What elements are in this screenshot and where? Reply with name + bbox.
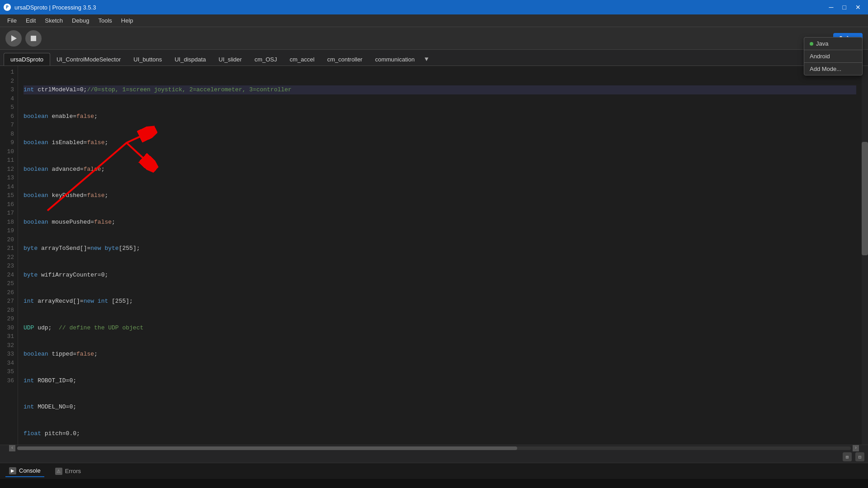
maximize-button[interactable]: □: [839, 3, 850, 12]
tab-cm-controller[interactable]: cm_controller: [321, 53, 369, 66]
play-button[interactable]: [5, 30, 22, 47]
code-line-12: int ROBOT_ID=0;: [24, 376, 856, 385]
line-numbers: 1 2 3 4 5 6 7 8 9 10 11 12 13 14 15 16 1…: [0, 66, 18, 445]
horizontal-scrollbar[interactable]: ‹ ›: [0, 445, 868, 451]
toolbar: Java: [0, 27, 868, 50]
tab-UI-slider[interactable]: UI_slider: [212, 53, 248, 66]
console-tab-label: Console: [19, 467, 41, 474]
tab-UI-buttons[interactable]: UI_buttons: [127, 53, 168, 66]
code-line-2: boolean enable=false;: [24, 112, 856, 121]
output-area: [0, 479, 868, 488]
tab-ursaDSproto[interactable]: ursaDSproto: [4, 53, 50, 66]
code-line-11: boolean tipped=false;: [24, 350, 856, 359]
dropdown-java[interactable]: Java: [804, 38, 862, 50]
menu-debug[interactable]: Debug: [68, 15, 93, 26]
menu-sketch[interactable]: Sketch: [41, 15, 66, 26]
tab-cm-accel[interactable]: cm_accel: [283, 53, 321, 66]
menu-tools[interactable]: Tools: [94, 15, 115, 26]
code-line-8: byte wifiArrayCounter=0;: [24, 271, 856, 280]
window-controls[interactable]: ─ □ ✕: [826, 3, 864, 12]
code-line-5: boolean keyPushed=false;: [24, 191, 856, 200]
errors-tab-label: Errors: [65, 468, 81, 474]
menu-edit[interactable]: Edit: [22, 15, 39, 26]
scroll-thumb[interactable]: [862, 142, 868, 255]
svg-marker-0: [11, 35, 17, 42]
code-line-3: boolean isEnabled=false;: [24, 138, 856, 147]
code-editor[interactable]: int ctrlModeVal=0;//0=stop, 1=screen joy…: [18, 66, 862, 445]
errors-icon: ⚠: [55, 468, 62, 475]
window-title: ursaDSproto | Processing 3.5.3: [14, 4, 96, 11]
code-line-1: int ctrlModeVal=0;//0=stop, 1=screen joy…: [24, 85, 856, 94]
title-bar-left: P ursaDSproto | Processing 3.5.3: [4, 4, 96, 11]
java-active-dot: [810, 42, 813, 46]
console-tab[interactable]: ▶ Console: [5, 465, 44, 477]
dropdown-java-label: Java: [816, 40, 828, 47]
menu-bar: File Edit Sketch Debug Tools Help: [0, 14, 868, 27]
dropdown-add-mode-label: Add Mode...: [810, 66, 841, 72]
code-line-14: float pitch=0.0;: [24, 429, 856, 438]
tabs: ursaDSproto UI_ControlModeSelector UI_bu…: [0, 50, 868, 66]
code-line-7: byte arrayToSend[]=new byte[255];: [24, 244, 856, 253]
app-icon: P: [4, 4, 11, 11]
scroll-right-button[interactable]: ›: [853, 445, 859, 451]
tab-communication[interactable]: communication: [369, 53, 421, 66]
dropdown-android-label: Android: [810, 53, 830, 60]
tab-more-button[interactable]: ▼: [421, 53, 432, 66]
menu-help[interactable]: Help: [118, 15, 137, 26]
bottom-icon-1[interactable]: ⊞: [843, 452, 852, 461]
mode-dropdown: Java Android Add Mode...: [804, 37, 863, 75]
tab-UI-dispdata[interactable]: UI_dispdata: [168, 53, 212, 66]
play-icon: [9, 34, 18, 42]
scroll-track[interactable]: [17, 446, 851, 450]
vertical-scrollbar[interactable]: [862, 66, 868, 445]
code-line-13: int MODEL_NO=0;: [24, 403, 856, 412]
menu-file[interactable]: File: [4, 15, 20, 26]
stop-button[interactable]: [25, 30, 42, 47]
dropdown-add-mode[interactable]: Add Mode...: [804, 63, 862, 75]
tab-UI-ControlModeSelector[interactable]: UI_ControlModeSelector: [50, 53, 127, 66]
bottom-icons-bar: ⊞ ⊟: [0, 451, 868, 463]
title-bar: P ursaDSproto | Processing 3.5.3 ─ □ ✕: [0, 0, 868, 14]
dropdown-android[interactable]: Android: [804, 50, 862, 63]
console-bar: ▶ Console ⚠ Errors: [0, 463, 868, 479]
scroll-thumb-h[interactable]: [17, 446, 517, 450]
code-line-9: int arrayRecvd[]=new int [255];: [24, 297, 856, 306]
stop-icon: [29, 34, 38, 42]
tab-cm-OSJ[interactable]: cm_OSJ: [248, 53, 283, 66]
console-icon: ▶: [9, 467, 16, 474]
editor-container: 1 2 3 4 5 6 7 8 9 10 11 12 13 14 15 16 1…: [0, 66, 868, 445]
close-button[interactable]: ✕: [852, 3, 864, 12]
code-line-4: boolean advanced=false;: [24, 165, 856, 174]
code-line-6: boolean mousePushed=false;: [24, 218, 856, 227]
toolbar-left: [5, 30, 42, 47]
errors-tab[interactable]: ⚠ Errors: [52, 466, 85, 477]
bottom-icon-2[interactable]: ⊟: [855, 452, 864, 461]
svg-rect-1: [31, 36, 36, 41]
scroll-left-button[interactable]: ‹: [9, 445, 15, 451]
code-line-10: UDP udp; // define the UDP object: [24, 324, 856, 333]
minimize-button[interactable]: ─: [826, 3, 837, 12]
